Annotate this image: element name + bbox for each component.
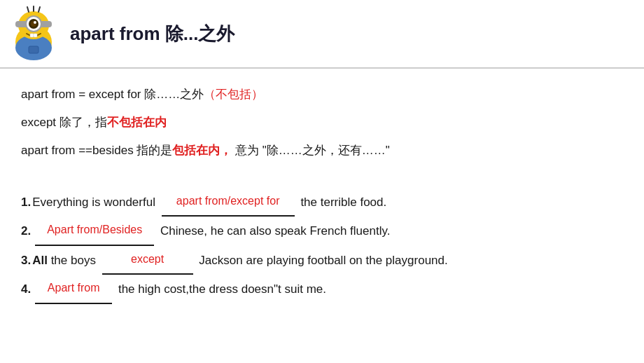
ex3-after: Jackson are playing football on the play…	[196, 247, 448, 273]
ex1-blank: apart from/except for	[162, 188, 295, 217]
def2-normal: except 除了，指	[21, 116, 107, 129]
ex4-answer: Apart from	[48, 282, 100, 294]
exercise-2: 2. Apart from/Besides Chinese, he can al…	[21, 217, 623, 245]
ex1-number: 1.	[21, 189, 31, 215]
def1-red: （不包括）	[204, 88, 263, 101]
ex3-number: 3.	[21, 247, 31, 273]
spacer	[21, 167, 623, 181]
ex3-blank: except	[102, 246, 193, 275]
ex2-blank: Apart from/Besides	[35, 217, 154, 245]
definition-1: apart from = except for 除……之外（不包括）	[21, 83, 623, 107]
ex3-answer: except	[131, 253, 164, 265]
ex2-number: 2.	[21, 218, 31, 244]
minion-icon	[6, 6, 62, 62]
exercises-section: 1. Everything is wonderful apart from/ex…	[21, 188, 623, 304]
def3-normal2: 意为 "除……之外，还有……"	[232, 144, 390, 157]
page-header: apart from 除...之外	[0, 0, 644, 69]
ex4-blank: Apart from	[35, 275, 112, 303]
def3-red: 包括在内，	[172, 144, 232, 157]
exercise-3: 3. All the boys except Jackson are playi…	[21, 246, 623, 275]
exercise-1: 1. Everything is wonderful apart from/ex…	[21, 188, 623, 217]
def2-red: 不包括在内	[107, 116, 167, 129]
ex2-after: Chinese, he can also speak French fluent…	[157, 218, 390, 244]
svg-rect-9	[34, 34, 37, 37]
svg-line-12	[38, 7, 40, 12]
ex1-before: Everything is wonderful	[32, 189, 158, 215]
exercise-4: 4. Apart from the high cost,the dress do…	[21, 275, 623, 303]
page-title: apart from 除...之外	[70, 22, 234, 46]
ex2-answer: Apart from/Besides	[47, 224, 142, 235]
definition-3: apart from ==besides 指的是包括在内， 意为 "除……之外，…	[21, 139, 623, 163]
ex3-before: the boys	[48, 247, 99, 273]
ex4-number: 4.	[21, 276, 31, 302]
ex3-bold: All	[32, 247, 48, 273]
svg-rect-8	[30, 34, 34, 37]
ex4-after: the high cost,the dress doesn"t suit me.	[115, 276, 326, 302]
svg-point-7	[34, 21, 36, 24]
svg-line-10	[27, 7, 29, 12]
main-content: apart from = except for 除……之外（不包括） excep…	[0, 69, 644, 318]
svg-rect-13	[29, 46, 38, 53]
def1-normal: apart from = except for 除……之外	[21, 88, 204, 101]
ex1-answer: apart from/except for	[176, 195, 280, 207]
ex1-after: the terrible food.	[298, 189, 387, 215]
definition-2: except 除了，指不包括在内	[21, 111, 623, 135]
def3-normal1: apart from ==besides 指的是	[21, 144, 172, 157]
